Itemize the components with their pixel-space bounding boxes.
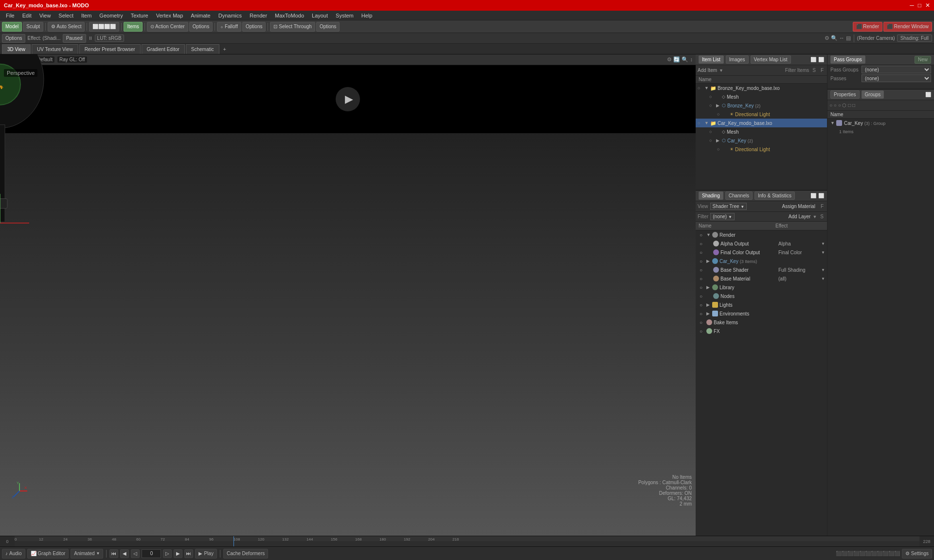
vis-car-key-group[interactable]: ○ [698, 259, 704, 264]
add-item-dropdown[interactable]: ▼ [719, 68, 723, 73]
options2-button[interactable]: Options [242, 22, 266, 32]
select-through-button[interactable]: ⊡ Select Through [270, 22, 315, 32]
menu-texture[interactable]: Texture [127, 12, 152, 19]
transport-to-end[interactable]: ⏭ [184, 549, 193, 558]
eye-icon-car-mesh[interactable]: ○ [709, 129, 716, 134]
render-window-button[interactable]: ⬛ Render Window [883, 22, 932, 32]
vis-render[interactable]: ○ [698, 232, 704, 238]
menu-view[interactable]: View [36, 12, 55, 19]
assign-material-btn[interactable]: Assign Material [780, 203, 817, 210]
filter-none-dropdown[interactable]: (none) ▼ [710, 213, 735, 220]
tab-render-preset[interactable]: Render Preset Browser [79, 44, 141, 54]
expand-render[interactable]: ▼ [706, 232, 711, 237]
expand-environments[interactable]: ▶ [706, 311, 711, 316]
shader-row-car-key-group[interactable]: ○ ▶ Car_Key (3 Items) [696, 257, 827, 265]
tree-row-bronze-mesh[interactable]: ○ ▶ ◇ Mesh [696, 92, 827, 101]
vis-base-shader[interactable]: ○ [698, 267, 704, 273]
tab-images[interactable]: Images [726, 55, 749, 64]
menu-file[interactable]: File [2, 12, 18, 19]
tree-row-car-key[interactable]: ○ ▶ ⬡ Car_Key (2) [696, 136, 827, 145]
vis-lights[interactable]: ○ [698, 302, 704, 308]
shader-row-library[interactable]: ○ ▶ Library [696, 283, 827, 292]
shader-row-alpha[interactable]: ○ Alpha Output Alpha ▼ [696, 239, 827, 248]
groups-content[interactable]: ▼ Car_Key (3) : Group 1 Items [827, 119, 934, 536]
eye-icon-car-scene[interactable]: ○ [698, 121, 704, 125]
shader-tree-dropdown[interactable]: Shader Tree ▼ [710, 203, 747, 210]
expand-bronze-key[interactable]: ▶ [716, 103, 721, 108]
render-camera-label[interactable]: (Render Camera) [857, 35, 895, 41]
filter-f-btn[interactable]: F [819, 68, 825, 73]
model-button[interactable]: Model [2, 22, 22, 32]
timeline-ruler[interactable]: 0 12 24 36 48 60 72 84 96 108 120 132 14… [15, 536, 919, 546]
shader-row-base-shader[interactable]: ○ Base Shader Full Shading ▼ [696, 265, 827, 274]
options3-button[interactable]: Options [316, 22, 340, 32]
eye-icon-bronze-key[interactable]: ○ [709, 103, 716, 108]
shader-row-final-color[interactable]: ○ Final Color Output Final Color ▼ [696, 248, 827, 257]
vis-nodes[interactable]: ○ [698, 294, 704, 299]
tab-add-button[interactable]: + [220, 46, 229, 52]
tree-row-bronze-light[interactable]: ○ ▶ ☀ Directional Light [696, 110, 827, 119]
expand-car-key[interactable]: ▶ [716, 138, 721, 143]
expand-car-key-group[interactable]: ▶ [706, 259, 711, 263]
render-button[interactable]: ⬛ Render [853, 22, 883, 32]
shader-row-base-material[interactable]: ○ Base Material (all) ▼ [696, 274, 827, 283]
close-button[interactable]: ✕ [925, 2, 930, 9]
viewport[interactable]: Perspective Default Ray GL: Off ⚙ 🔄 🔍 ↕ … [0, 54, 696, 536]
menu-system[interactable]: System [332, 12, 358, 19]
vis-base-material[interactable]: ○ [698, 276, 704, 281]
new-group-button[interactable]: New [915, 56, 931, 64]
shader-row-environments[interactable]: ○ ▶ Environments [696, 309, 827, 318]
settings-button[interactable]: ⚙ Settings [902, 549, 932, 559]
auto-select-button[interactable]: ⚙ Auto Select [48, 22, 85, 32]
menu-edit[interactable]: Edit [18, 12, 36, 19]
add-layer-btn[interactable]: Add Layer [789, 214, 811, 219]
expand-group-carkey[interactable]: ▼ [830, 121, 835, 125]
shader-row-bake-items[interactable]: ○ Bake Items [696, 318, 827, 327]
menu-item[interactable]: Item [77, 12, 95, 19]
tab-properties[interactable]: Properties [830, 90, 860, 99]
tab-3d-view[interactable]: 3D View [2, 44, 31, 54]
menu-render[interactable]: Render [246, 12, 271, 19]
menu-dynamics[interactable]: Dynamics [215, 12, 246, 19]
falloff-button[interactable]: ⬦ Falloff [217, 22, 241, 32]
action-center-button[interactable]: ⊙ Action Center [147, 22, 188, 32]
filter-s-btn[interactable]: S [811, 68, 817, 73]
eye-icon-bronze-light[interactable]: ○ [717, 112, 724, 117]
minimize-button[interactable]: ─ [910, 2, 914, 9]
tab-gradient-editor[interactable]: Gradient Editor [142, 44, 185, 54]
eye-icon-bronze-mesh[interactable]: ○ [709, 94, 716, 99]
tab-uv-texture[interactable]: UV Texture View [32, 44, 78, 54]
menu-maxtomodo[interactable]: MaxToModo [271, 12, 308, 19]
vis-alpha[interactable]: ○ [698, 241, 704, 246]
shader-row-render[interactable]: ○ ▼ Render [696, 230, 827, 239]
expand-car-scene[interactable]: ▼ [704, 121, 709, 125]
vis-bake[interactable]: ○ [698, 320, 704, 325]
transport-prev-key[interactable]: ◁ [131, 549, 140, 558]
animated-button[interactable]: Animated ▼ [71, 549, 103, 559]
cache-deformers-button[interactable]: Cache Deformers [223, 549, 268, 559]
menu-vertex-map[interactable]: Vertex Map [152, 12, 187, 19]
menu-layout[interactable]: Layout [308, 12, 332, 19]
tree-row-car-light[interactable]: ○ ▶ ☀ Directional Light [696, 145, 827, 154]
shader-tree-content[interactable]: ○ ▼ Render ○ Alpha Output Alpha ▼ [696, 230, 827, 536]
tab-schematic[interactable]: Schematic [186, 44, 219, 54]
viewport-canvas[interactable]: ▶ 🐆 [0, 65, 696, 536]
eye-icon-bronze-scene[interactable]: ○ [698, 86, 704, 90]
tree-row-car-scene[interactable]: ○ ▼ 📁 Car_Key_modo_base.lxo [696, 119, 827, 127]
tab-channels[interactable]: Channels [725, 192, 753, 200]
pass-groups-dropdown[interactable]: (none) [862, 66, 931, 73]
shader-row-nodes[interactable]: ○ Nodes [696, 292, 827, 300]
tree-row-bronze-scene[interactable]: ○ ▼ 📁 Bronze_Key_modo_base.lxo [696, 84, 827, 92]
group-row-car-key[interactable]: ▼ Car_Key (3) : Group [827, 119, 934, 127]
tab-groups[interactable]: Groups [862, 90, 884, 99]
tab-shading[interactable]: Shading [699, 192, 723, 200]
transport-next-frame[interactable]: ▶ [174, 549, 182, 558]
transport-next-key[interactable]: ▷ [163, 549, 172, 558]
tab-pass-groups[interactable]: Pass Groups [830, 55, 865, 64]
transport-prev-frame[interactable]: ◀ [120, 549, 129, 558]
shader-row-fx[interactable]: ○ FX [696, 327, 827, 335]
passes-dropdown[interactable]: (none) [862, 74, 931, 82]
options-mode-button[interactable]: Options [2, 34, 25, 43]
vis-fx[interactable]: ○ [698, 329, 704, 334]
vis-final-color[interactable]: ○ [698, 250, 704, 255]
